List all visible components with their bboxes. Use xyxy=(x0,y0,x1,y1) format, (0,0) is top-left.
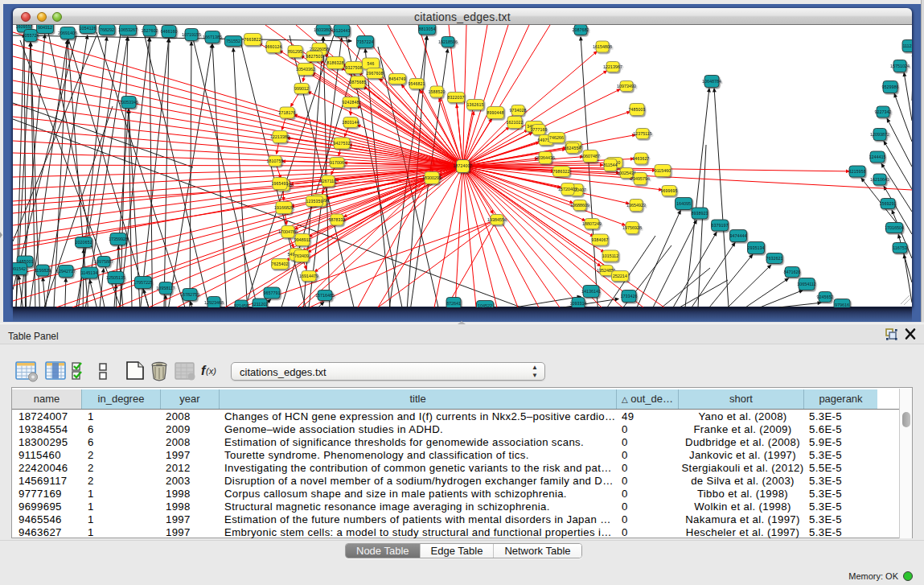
svg-text:16671385: 16671385 xyxy=(203,35,222,39)
svg-text:23495794: 23495794 xyxy=(630,176,650,181)
svg-text:10654112: 10654112 xyxy=(797,282,816,286)
svg-text:10973493: 10973493 xyxy=(617,84,636,89)
svg-text:12213389: 12213389 xyxy=(270,134,290,139)
svg-text:9463627: 9463627 xyxy=(633,156,650,161)
svg-text:1235359: 1235359 xyxy=(306,199,323,204)
svg-text:20053346: 20053346 xyxy=(119,100,138,105)
svg-text:7632621: 7632621 xyxy=(766,256,783,261)
svg-text:12213967: 12213967 xyxy=(603,64,622,69)
svg-text:7357224: 7357224 xyxy=(357,39,374,44)
svg-text:15716485: 15716485 xyxy=(315,293,335,298)
svg-text:6466160: 6466160 xyxy=(161,29,178,34)
svg-text:768292: 768292 xyxy=(100,27,114,32)
svg-text:3267110: 3267110 xyxy=(320,179,337,183)
svg-text:18724007: 18724007 xyxy=(454,163,473,168)
svg-text:1810755: 1810755 xyxy=(267,159,284,163)
svg-text:16033809: 16033809 xyxy=(314,27,333,32)
svg-text:9474444: 9474444 xyxy=(730,233,747,238)
svg-text:8938923: 8938923 xyxy=(692,211,708,216)
svg-text:872641: 872641 xyxy=(446,301,461,306)
svg-text:763409: 763409 xyxy=(294,253,309,258)
svg-text:10688609: 10688609 xyxy=(570,203,589,208)
svg-text:17359928: 17359928 xyxy=(109,237,128,241)
svg-text:111254: 111254 xyxy=(902,43,912,48)
svg-text:17004786: 17004786 xyxy=(278,229,298,234)
svg-text:12942737: 12942737 xyxy=(56,269,76,274)
svg-text:12923468: 12923468 xyxy=(204,300,224,305)
svg-text:979616: 979616 xyxy=(835,303,849,307)
svg-text:19384554: 19384554 xyxy=(487,217,507,222)
svg-text:999012: 999012 xyxy=(294,86,309,91)
svg-text:16914479: 16914479 xyxy=(299,274,318,278)
svg-text:904312: 904312 xyxy=(38,25,52,30)
svg-text:17957225: 17957225 xyxy=(133,280,153,285)
svg-text:10975887: 10975887 xyxy=(94,259,113,264)
svg-text:1211202: 1211202 xyxy=(252,302,269,307)
svg-text:2087682: 2087682 xyxy=(573,27,589,32)
svg-text:991542: 991542 xyxy=(13,266,26,271)
svg-text:9245652: 9245652 xyxy=(817,295,834,299)
svg-text:891295: 891295 xyxy=(288,49,302,54)
svg-text:1588520: 1588520 xyxy=(429,89,446,94)
svg-text:8322037: 8322037 xyxy=(448,95,465,100)
svg-text:164095: 164095 xyxy=(676,201,691,206)
svg-text:16210643: 16210643 xyxy=(870,177,889,182)
svg-text:9657791: 9657791 xyxy=(264,290,281,295)
svg-text:1965493: 1965493 xyxy=(272,181,289,186)
svg-text:1093314: 1093314 xyxy=(570,301,587,306)
svg-text:751552: 751552 xyxy=(226,39,240,43)
svg-text:9427532: 9427532 xyxy=(334,141,351,146)
svg-text:16782759: 16782759 xyxy=(180,292,199,297)
svg-text:2803144: 2803144 xyxy=(343,120,359,125)
svg-text:1733426: 1733426 xyxy=(621,294,638,299)
svg-text:15720407: 15720407 xyxy=(558,187,577,192)
svg-text:7625402: 7625402 xyxy=(272,262,289,266)
svg-text:9734028: 9734028 xyxy=(510,108,527,113)
svg-text:9948911: 9948911 xyxy=(294,237,311,242)
svg-text:1362615: 1362615 xyxy=(467,102,484,107)
svg-text:9529986: 9529986 xyxy=(882,84,899,89)
svg-text:8454749: 8454749 xyxy=(389,76,406,81)
svg-text:13654923: 13654923 xyxy=(626,203,646,208)
svg-text:7663822: 7663822 xyxy=(244,37,261,42)
svg-text:9327508: 9327508 xyxy=(346,65,363,70)
svg-text:1145134: 1145134 xyxy=(81,270,98,275)
svg-text:3875685: 3875685 xyxy=(350,80,367,84)
svg-text:252214: 252214 xyxy=(613,274,627,278)
svg-text:20364436: 20364436 xyxy=(536,155,555,160)
svg-text:9242848: 9242848 xyxy=(343,100,359,105)
svg-text:8990448: 8990448 xyxy=(487,110,504,115)
svg-text:1621022: 1621022 xyxy=(507,120,524,125)
svg-text:2020652: 2020652 xyxy=(76,240,92,245)
svg-text:6379197: 6379197 xyxy=(712,223,729,228)
svg-text:1054126: 1054126 xyxy=(80,26,97,31)
svg-text:19218506: 19218506 xyxy=(438,39,458,44)
svg-text:2935134: 2935134 xyxy=(748,245,765,250)
svg-text:18807249: 18807249 xyxy=(582,221,602,226)
svg-text:7485003: 7485003 xyxy=(629,107,646,112)
svg-text:8813054: 8813054 xyxy=(419,27,436,31)
svg-text:12505135: 12505135 xyxy=(106,275,125,280)
svg-text:8186328: 8186328 xyxy=(327,60,344,65)
svg-text:2967608: 2967608 xyxy=(367,71,384,76)
svg-text:20691406: 20691406 xyxy=(58,31,77,35)
svg-text:3878332: 3878332 xyxy=(329,217,346,222)
svg-text:2718176: 2718176 xyxy=(279,110,296,115)
svg-text:7986322: 7986322 xyxy=(553,169,570,174)
svg-text:104522: 104522 xyxy=(478,303,492,307)
svg-text:811544: 811544 xyxy=(603,163,618,167)
svg-text:546: 546 xyxy=(368,61,375,66)
svg-text:9384067: 9384067 xyxy=(592,237,609,242)
svg-text:12093872: 12093872 xyxy=(870,132,889,137)
svg-text:10648784: 10648784 xyxy=(702,79,721,84)
svg-text:10607487: 10607487 xyxy=(581,154,600,159)
svg-text:1624554: 1624554 xyxy=(565,146,581,150)
svg-text:23226058: 23226058 xyxy=(310,47,329,51)
svg-text:746266: 746266 xyxy=(549,135,564,140)
svg-text:19756928: 19756928 xyxy=(622,225,642,230)
svg-text:1527602: 1527602 xyxy=(142,28,158,33)
svg-text:10653267: 10653267 xyxy=(118,27,138,32)
svg-text:14136141: 14136141 xyxy=(581,289,601,294)
svg-text:19166829: 19166829 xyxy=(274,205,294,210)
svg-text:12375115: 12375115 xyxy=(633,131,652,136)
